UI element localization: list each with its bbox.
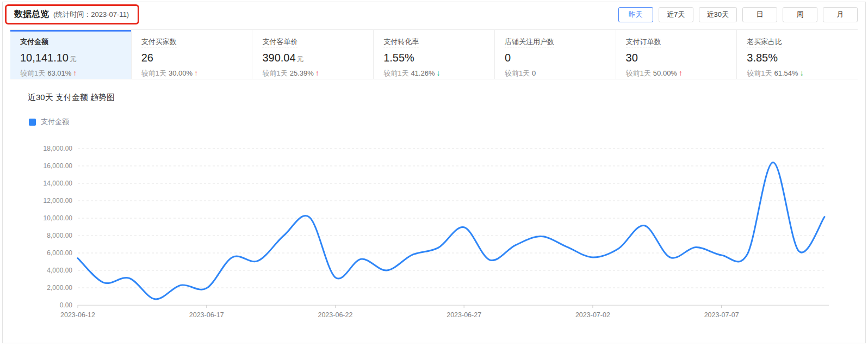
y-axis-label: 10,000.00 bbox=[44, 214, 73, 222]
stat-cards-row: 支付金额 10,141.10元 较前1天63.01%↑ 支付买家数 26 较前1… bbox=[10, 29, 858, 79]
annotation-red-box: 数据总览 (统计时间：2023-07-11) bbox=[5, 4, 139, 24]
stat-card-value: 1.55% bbox=[383, 52, 485, 64]
stat-card-change: 较前1天50.00%↑ bbox=[626, 69, 727, 78]
stat-card-title: 支付金额 bbox=[20, 37, 121, 47]
y-axis-label: 16,000.00 bbox=[44, 162, 73, 170]
y-axis-label: 0.00 bbox=[60, 301, 73, 309]
date-range-tabs: 昨天 近7天 近30天 日 周 月 bbox=[618, 7, 858, 22]
trend-arrow-icon: ↑ bbox=[73, 69, 77, 77]
tab-last30days[interactable]: 近30天 bbox=[699, 7, 737, 22]
stat-card-title: 支付客单价 bbox=[262, 37, 363, 47]
stat-card-change: 较前1天41.26%↓ bbox=[383, 69, 485, 78]
stat-card-title: 支付订单数 bbox=[626, 37, 727, 47]
trend-chart-svg: 0.002,000.004,000.006,000.008,000.0010,0… bbox=[7, 130, 855, 320]
trend-line bbox=[78, 163, 824, 299]
trend-arrow-icon: ↓ bbox=[800, 69, 804, 77]
y-axis-label: 18,000.00 bbox=[44, 145, 73, 152]
stat-card-conversion-rate[interactable]: 支付转化率 1.55% 较前1天41.26%↓ bbox=[374, 30, 495, 79]
x-axis-label: 2023-06-17 bbox=[189, 311, 224, 319]
y-axis-label: 4,000.00 bbox=[47, 267, 72, 274]
stat-card-paying-buyers[interactable]: 支付买家数 26 较前1天30.00%↑ bbox=[132, 30, 253, 79]
tab-week[interactable]: 周 bbox=[783, 7, 817, 22]
trend-chart: 0.002,000.004,000.006,000.008,000.0010,0… bbox=[7, 130, 865, 323]
legend-swatch-icon bbox=[29, 119, 36, 126]
stat-card-value: 3.85% bbox=[747, 52, 848, 64]
trend-arrow-icon: ↓ bbox=[436, 69, 440, 77]
trend-arrow-icon: ↑ bbox=[194, 69, 198, 77]
stat-card-change: 较前1天0 bbox=[505, 69, 606, 78]
stat-card-value: 390.04元 bbox=[262, 52, 363, 64]
x-axis-label: 2023-07-07 bbox=[704, 311, 739, 319]
page-title: 数据总览 bbox=[14, 9, 49, 20]
y-axis-label: 6,000.00 bbox=[47, 249, 72, 257]
chart-title: 近30天 支付金额 趋势图 bbox=[28, 92, 865, 103]
stat-card-shop-followers[interactable]: 店铺关注用户数 0 较前1天0 bbox=[495, 30, 616, 79]
stat-card-payment-amount[interactable]: 支付金额 10,141.10元 较前1天63.01%↑ bbox=[10, 30, 132, 79]
stat-card-returning-buyer-ratio[interactable]: 老买家占比 3.85% 较前1天61.54%↓ bbox=[737, 30, 858, 79]
stat-card-avg-order-value[interactable]: 支付客单价 390.04元 较前1天25.39%↑ bbox=[252, 30, 374, 79]
stat-card-change: 较前1天30.00%↑ bbox=[141, 69, 243, 78]
stat-card-value: 30 bbox=[626, 52, 727, 64]
stat-time-label: (统计时间：2023-07-11) bbox=[53, 10, 129, 20]
stat-card-title: 支付买家数 bbox=[141, 37, 243, 47]
stat-card-value: 10,141.10元 bbox=[20, 52, 121, 64]
tab-day[interactable]: 日 bbox=[742, 7, 777, 22]
data-overview-panel: 数据总览 (统计时间：2023-07-11) 昨天 近7天 近30天 日 周 月… bbox=[2, 2, 866, 343]
stat-card-title: 老买家占比 bbox=[747, 37, 848, 47]
x-axis-label: 2023-06-27 bbox=[447, 311, 481, 319]
x-axis-label: 2023-07-02 bbox=[575, 311, 610, 319]
y-axis-label: 8,000.00 bbox=[47, 232, 72, 239]
trend-arrow-icon: ↑ bbox=[315, 69, 319, 77]
stat-card-value: 26 bbox=[141, 52, 243, 64]
legend-item-payment-amount[interactable]: 支付金额 bbox=[29, 117, 69, 127]
tab-yesterday[interactable]: 昨天 bbox=[618, 7, 653, 22]
tab-month[interactable]: 月 bbox=[823, 7, 858, 22]
trend-arrow-icon: ↑ bbox=[679, 69, 683, 77]
x-axis-label: 2023-06-12 bbox=[60, 311, 95, 319]
stat-card-title: 支付转化率 bbox=[383, 37, 485, 47]
y-axis-label: 12,000.00 bbox=[44, 197, 73, 205]
stat-card-change: 较前1天25.39%↑ bbox=[262, 69, 363, 78]
y-axis-label: 14,000.00 bbox=[44, 180, 73, 187]
legend-label: 支付金额 bbox=[41, 117, 69, 127]
x-axis-label: 2023-06-22 bbox=[318, 311, 352, 319]
tab-last7days[interactable]: 近7天 bbox=[659, 7, 693, 22]
stat-card-change: 较前1天61.54%↓ bbox=[747, 69, 848, 78]
y-axis-label: 2,000.00 bbox=[47, 284, 72, 292]
header: 数据总览 (统计时间：2023-07-11) 昨天 近7天 近30天 日 周 月 bbox=[3, 2, 865, 28]
stat-card-value: 0 bbox=[505, 52, 606, 64]
stat-card-paid-orders[interactable]: 支付订单数 30 较前1天50.00%↑ bbox=[616, 30, 737, 79]
stat-card-change: 较前1天63.01%↑ bbox=[20, 69, 121, 78]
stat-card-title: 店铺关注用户数 bbox=[505, 37, 606, 47]
